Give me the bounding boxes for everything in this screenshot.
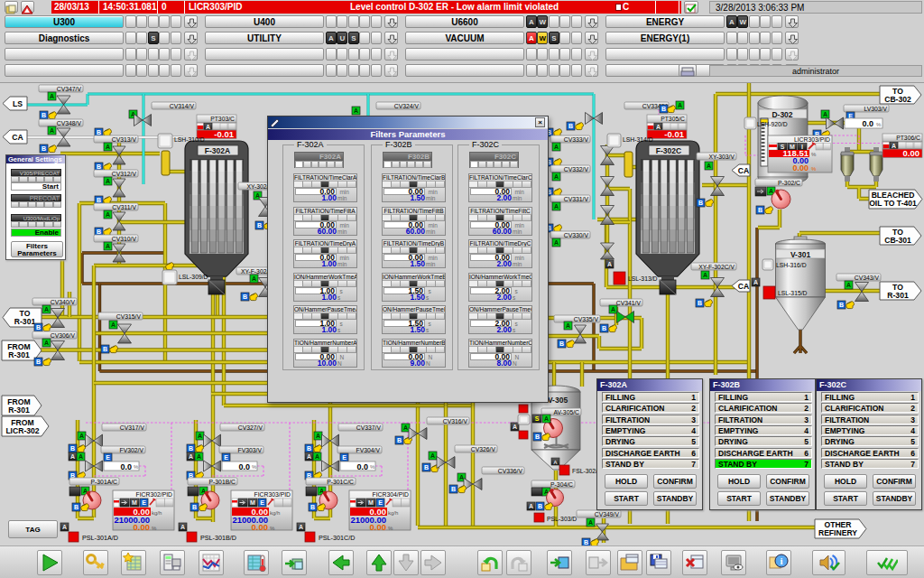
svg-text:LSH-310/D: LSH-310/D: [174, 136, 205, 143]
svg-text:0.0: 0.0: [238, 462, 250, 471]
svg-text:0.0: 0.0: [862, 119, 873, 128]
svg-text:OIL TO T-401: OIL TO T-401: [869, 199, 917, 208]
svg-text:0.00: 0.00: [252, 522, 269, 532]
svg-text:CV341/V: CV341/V: [616, 300, 642, 306]
svg-text:A: A: [459, 474, 464, 480]
svg-text:A: A: [106, 243, 110, 249]
svg-text:%: %: [876, 122, 882, 127]
svg-text:P-301B/C: P-301B/C: [209, 479, 236, 485]
svg-text:B: B: [97, 129, 101, 135]
svg-text:A: A: [846, 282, 851, 288]
svg-text:A: A: [678, 102, 682, 108]
svg-text:CA: CA: [738, 282, 749, 291]
svg-text:B: B: [257, 222, 262, 228]
svg-text:0.00: 0.00: [903, 148, 920, 158]
svg-text:A: A: [892, 143, 896, 149]
svg-text:kg/h: kg/h: [152, 510, 162, 516]
svg-text:B: B: [70, 445, 75, 452]
svg-text:B: B: [397, 437, 402, 443]
svg-text:A: A: [588, 519, 593, 526]
svg-text:0.0: 0.0: [356, 462, 368, 471]
svg-text:B: B: [36, 359, 41, 365]
svg-text:E: E: [142, 499, 146, 506]
svg-text:%: %: [252, 464, 257, 470]
svg-text:A: A: [198, 433, 202, 439]
svg-text:A: A: [197, 453, 201, 460]
svg-text:CV337/V: CV337/V: [356, 424, 382, 431]
svg-text:0.00: 0.00: [134, 522, 151, 532]
svg-text:B: B: [568, 123, 573, 129]
svg-text:CV349/V: CV349/V: [595, 511, 620, 517]
svg-text:AV-305/C: AV-305/C: [553, 409, 579, 415]
svg-text:LICR303/PID: LICR303/PID: [794, 136, 830, 143]
svg-text:LS: LS: [13, 99, 23, 108]
svg-text:A: A: [106, 211, 110, 218]
svg-text:CV324/V: CV324/V: [394, 103, 420, 109]
svg-text:CV330/V: CV330/V: [564, 232, 589, 238]
svg-text:A: A: [354, 107, 358, 114]
svg-text:B: B: [535, 434, 540, 440]
svg-text:A: A: [44, 340, 49, 346]
svg-text:PSL-301A/D: PSL-301A/D: [82, 534, 118, 542]
svg-text:%: %: [811, 152, 817, 157]
svg-text:kg/h: kg/h: [388, 510, 398, 516]
svg-text:LSL-309/D: LSL-309/D: [179, 274, 208, 280]
svg-text:R-301: R-301: [14, 317, 36, 326]
svg-text:LSH-316/D: LSH-316/D: [776, 262, 807, 268]
svg-text:P-304/C: P-304/C: [550, 481, 573, 488]
svg-text:CV343/V: CV343/V: [855, 275, 880, 281]
svg-text:M: M: [132, 499, 137, 506]
svg-text:S: S: [535, 415, 540, 422]
svg-text:A: A: [553, 460, 558, 465]
svg-text:CV327/V: CV327/V: [238, 424, 263, 431]
svg-text:A: A: [206, 124, 210, 130]
svg-text:LV303/V: LV303/V: [864, 106, 887, 112]
svg-text:B: B: [97, 228, 101, 235]
svg-text:CV332/V: CV332/V: [564, 166, 589, 172]
svg-text:%: %: [811, 166, 817, 172]
svg-text:A: A: [403, 424, 408, 431]
svg-text:B: B: [42, 112, 46, 118]
svg-text:LICR-302: LICR-302: [5, 426, 39, 435]
svg-text:A: A: [180, 524, 185, 530]
svg-text:A: A: [44, 306, 49, 312]
svg-text:CV336/V: CV336/V: [498, 468, 523, 474]
svg-text:CV310/V: CV310/V: [112, 236, 137, 242]
svg-text:A: A: [106, 178, 110, 184]
svg-text:B: B: [538, 503, 542, 509]
svg-text:CV333/V: CV333/V: [564, 136, 589, 143]
svg-text:A: A: [50, 127, 54, 134]
svg-text:A: A: [513, 424, 517, 430]
svg-text:CB-302: CB-302: [884, 95, 911, 104]
svg-text:LSL-315/D: LSL-315/D: [778, 290, 808, 296]
svg-text:B: B: [97, 197, 101, 203]
svg-text:A: A: [430, 452, 435, 459]
svg-text:A: A: [554, 239, 559, 246]
svg-text:E: E: [260, 499, 264, 506]
svg-text:M: M: [368, 499, 374, 506]
svg-text:B: B: [36, 324, 41, 331]
svg-text:A: A: [316, 433, 320, 439]
svg-text:B: B: [192, 504, 197, 510]
svg-text:CA: CA: [12, 133, 23, 142]
svg-text:A: A: [79, 433, 84, 439]
svg-text:F-302A: F-302A: [205, 146, 230, 155]
svg-text:R-301: R-301: [887, 291, 909, 300]
svg-text:PT305/C: PT305/C: [661, 116, 685, 122]
svg-text:A: A: [607, 261, 612, 267]
svg-text:CV347/V: CV347/V: [57, 86, 82, 92]
svg-text:CV317/V: CV317/V: [120, 424, 145, 431]
svg-text:PT303/C: PT303/C: [210, 116, 235, 122]
svg-text:0.0: 0.0: [120, 462, 132, 471]
svg-text:%: %: [388, 526, 393, 531]
svg-text:B: B: [661, 106, 666, 112]
svg-text:A: A: [769, 188, 773, 194]
svg-text:CV313/V: CV313/V: [112, 136, 137, 143]
svg-text:E: E: [106, 454, 110, 461]
svg-text:PSL-301B/D: PSL-301B/D: [200, 534, 236, 542]
svg-text:B: B: [307, 445, 311, 452]
svg-text:-0.01: -0.01: [664, 129, 684, 139]
svg-text:B: B: [424, 464, 429, 471]
svg-text:%: %: [134, 464, 139, 470]
svg-text:B: B: [839, 302, 844, 308]
